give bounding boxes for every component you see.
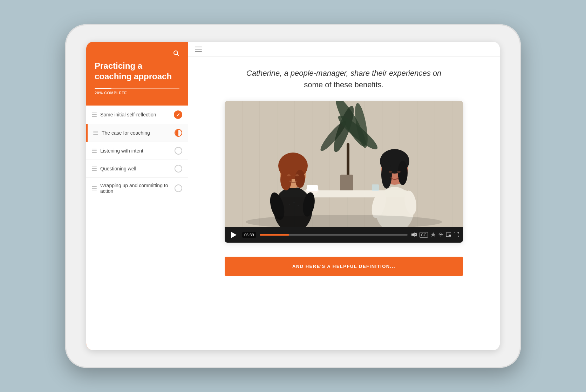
nav-items-list: Some initial self-reflection ✓ The case … [86, 106, 188, 350]
play-button[interactable] [229, 230, 239, 240]
nav-item-wrapping-up[interactable]: Wrapping up and committing to action [86, 178, 188, 199]
main-content: Catherine, a people-manager, share their… [188, 42, 500, 350]
video-control-icons: CC [411, 232, 459, 238]
nav-item-label-listening: Listening with intent [100, 148, 172, 154]
svg-point-34 [295, 170, 305, 188]
sidebar: Practicing a coaching approach 20% COMPL… [86, 42, 188, 350]
intro-text-emphasis: Catherine, a people-manager, share their… [246, 69, 441, 77]
intro-text: Catherine, a people-manager, share their… [246, 67, 441, 90]
video-controls-bar: 06:39 CC [225, 227, 463, 243]
pip-icon[interactable] [446, 232, 451, 238]
video-scene-svg [225, 101, 463, 227]
svg-rect-21 [347, 143, 349, 178]
video-container: 06:39 CC [225, 101, 463, 243]
video-timestamp: 06:39 [242, 232, 256, 238]
svg-point-43 [398, 161, 408, 185]
search-icon[interactable] [173, 50, 179, 58]
nav-item-icon-5 [92, 186, 97, 190]
nav-item-self-reflection[interactable]: Some initial self-reflection ✓ [86, 106, 188, 124]
main-toolbar [188, 42, 500, 57]
volume-icon[interactable] [411, 232, 417, 238]
progress-bar-container [95, 88, 179, 89]
quality-icon[interactable] [431, 232, 436, 238]
svg-rect-25 [307, 185, 318, 191]
play-icon [231, 232, 237, 238]
cta-button[interactable]: AND HERE'S A HELPFUL DEFINITION... [225, 257, 463, 276]
nav-item-label-self-reflection: Some initial self-reflection [100, 112, 171, 117]
nav-item-questioning[interactable]: Questioning well [86, 160, 188, 178]
nav-item-case-for-coaching[interactable]: The case for coaching [86, 124, 188, 142]
progress-bar-fill [95, 88, 111, 89]
svg-point-30 [298, 205, 299, 206]
nav-item-icon [92, 113, 97, 117]
nav-item-label-questioning: Questioning well [100, 166, 172, 171]
svg-point-42 [381, 161, 392, 189]
video-thumbnail[interactable] [225, 101, 463, 227]
fullscreen-icon[interactable] [454, 232, 459, 238]
video-progress-track[interactable] [260, 234, 408, 236]
svg-point-36 [295, 174, 299, 176]
nav-item-icon-2 [93, 131, 98, 135]
nav-item-status-empty-3 [175, 184, 182, 192]
intro-text-second-line: some of these benefits. [304, 80, 383, 89]
tablet-frame: Practicing a coaching approach 20% COMPL… [65, 24, 521, 368]
hamburger-menu-icon[interactable] [195, 47, 202, 52]
svg-point-50 [440, 234, 442, 235]
svg-line-1 [177, 54, 179, 56]
nav-item-status-completed: ✓ [174, 110, 182, 119]
svg-point-44 [389, 171, 392, 173]
nav-item-label-wrapping-up: Wrapping up and committing to action [100, 183, 172, 194]
svg-point-29 [293, 202, 295, 203]
sidebar-header: Practicing a coaching approach 20% COMPL… [86, 42, 188, 106]
nav-item-status-empty-2 [175, 165, 182, 173]
sidebar-title: Practicing a coaching approach [95, 61, 179, 82]
main-body: Catherine, a people-manager, share their… [188, 57, 500, 350]
progress-label: 20% COMPLETE [95, 91, 179, 95]
svg-rect-52 [449, 235, 451, 236]
svg-rect-22 [340, 175, 353, 192]
svg-marker-49 [411, 232, 415, 237]
svg-point-45 [397, 171, 401, 173]
nav-item-icon-3 [92, 149, 97, 153]
nav-item-listening[interactable]: Listening with intent [86, 142, 188, 160]
svg-point-35 [287, 174, 291, 176]
video-progress-fill [260, 234, 289, 236]
settings-icon[interactable] [438, 232, 443, 238]
nav-item-label-case-for-coaching: The case for coaching [102, 130, 172, 136]
checkmark-icon: ✓ [176, 112, 180, 117]
captions-icon[interactable]: CC [420, 232, 428, 238]
svg-point-28 [289, 204, 290, 205]
app-container: Practicing a coaching approach 20% COMPL… [86, 42, 500, 350]
svg-point-33 [280, 169, 292, 190]
nav-item-status-in-progress [175, 129, 182, 137]
svg-rect-26 [372, 184, 379, 191]
nav-item-status-empty-1 [175, 147, 182, 155]
nav-item-icon-4 [92, 167, 97, 171]
